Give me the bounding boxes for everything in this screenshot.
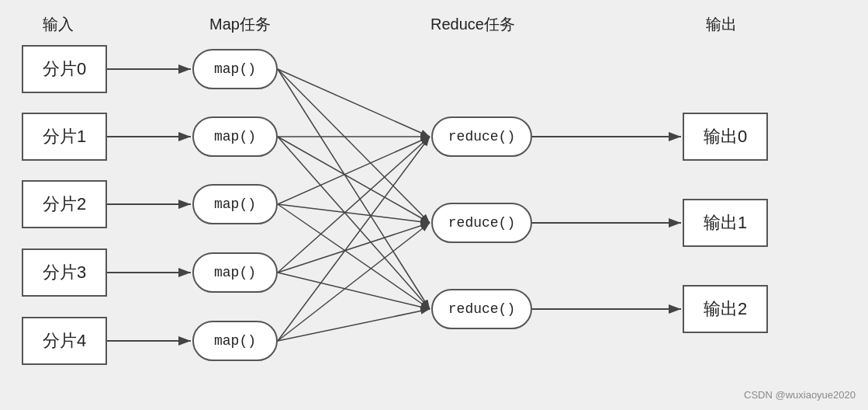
- arrow-m3-r0: [278, 137, 430, 273]
- arrow-m2-r2: [278, 204, 430, 309]
- map-node-1: map(): [192, 116, 278, 157]
- arrow-m1-r2: [278, 137, 430, 309]
- reduce-node-1: reduce(): [431, 203, 532, 243]
- arrow-m4-r2: [278, 309, 430, 341]
- map-node-4: map(): [192, 321, 278, 361]
- input-box-0: 分片0: [22, 45, 107, 93]
- header-map: Map任务: [209, 14, 271, 35]
- reduce-node-0: reduce(): [431, 116, 532, 157]
- reduce-node-2: reduce(): [431, 289, 532, 329]
- input-box-3: 分片3: [22, 248, 107, 297]
- header-input: 输入: [43, 14, 74, 35]
- header-reduce: Reduce任务: [431, 14, 515, 35]
- arrow-m2-r1: [278, 204, 430, 223]
- arrow-m4-r1: [278, 223, 430, 341]
- map-node-2: map(): [192, 184, 278, 224]
- arrow-m3-r2: [278, 273, 430, 309]
- arrow-m1-r1: [278, 137, 430, 223]
- arrow-m4-r0: [278, 137, 430, 341]
- diagram-container: 输入 Map任务 Reduce任务 输出 分片0 分片1 分片2 分片3 分片4…: [0, 0, 868, 410]
- arrow-m0-r2: [278, 69, 430, 309]
- arrow-m0-r1: [278, 69, 430, 223]
- arrow-m2-r0: [278, 137, 430, 204]
- input-box-1: 分片1: [22, 113, 107, 161]
- map-node-0: map(): [192, 49, 278, 89]
- arrow-m3-r1: [278, 223, 430, 273]
- header-output: 输出: [706, 14, 737, 35]
- arrow-m0-r0: [278, 69, 430, 137]
- input-box-4: 分片4: [22, 317, 107, 365]
- input-box-2: 分片2: [22, 180, 107, 228]
- watermark: CSDN @wuxiaoyue2020: [744, 389, 856, 401]
- output-box-1: 输出1: [683, 199, 768, 247]
- output-box-0: 输出0: [683, 113, 768, 161]
- map-node-3: map(): [192, 252, 278, 293]
- output-box-2: 输出2: [683, 285, 768, 333]
